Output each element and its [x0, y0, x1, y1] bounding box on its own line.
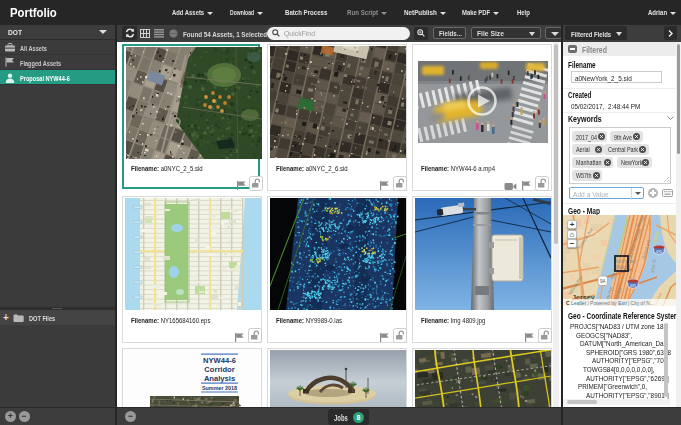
svg-text:Summer 2018: Summer 2018 [202, 385, 237, 391]
svg-text:NYW44-6: NYW44-6 [203, 356, 236, 365]
svg-text:Manhattan: Manhattan [614, 259, 636, 264]
svg-text:9A: 9A [600, 279, 607, 284]
svg-text:495: 495 [656, 250, 662, 254]
svg-text:Analysis: Analysis [204, 374, 235, 383]
svg-text:Corridor: Corridor [204, 365, 234, 374]
svg-text:495: 495 [630, 284, 636, 288]
